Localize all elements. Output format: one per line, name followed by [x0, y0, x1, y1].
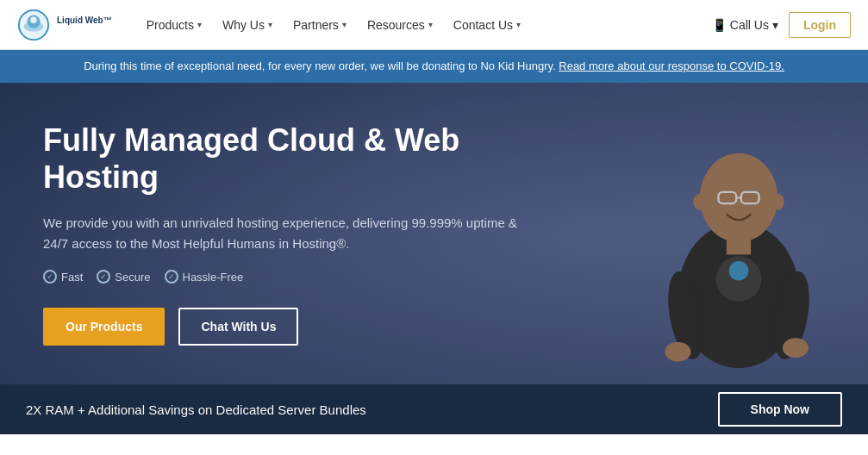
- person-figure: [618, 109, 859, 384]
- our-products-button[interactable]: Our Products: [43, 308, 165, 346]
- login-button[interactable]: Login: [789, 12, 851, 38]
- svg-point-10: [771, 194, 784, 210]
- logo[interactable]: Liquid Web™: [17, 9, 112, 41]
- logo-text: Liquid Web™: [57, 16, 112, 34]
- badge-hassle-free: ✓ Hassle-Free: [165, 270, 244, 284]
- navbar: Liquid Web™ Products ▾ Why Us ▾ Partners…: [0, 0, 868, 50]
- nav-item-contact[interactable]: Contact Us ▾: [445, 13, 529, 37]
- svg-rect-17: [727, 234, 751, 255]
- check-icon: ✓: [97, 270, 110, 284]
- banner-link[interactable]: Read more about our response to COVID-19…: [559, 59, 784, 72]
- svg-point-3: [30, 16, 37, 23]
- chevron-down-icon: ▾: [772, 18, 778, 32]
- nav-item-why-us[interactable]: Why Us ▾: [214, 13, 281, 37]
- hero-description: We provide you with an unrivaled hosting…: [43, 213, 543, 254]
- svg-point-12: [729, 261, 749, 281]
- promo-text: 2X RAM + Additional Savings on Dedicated…: [26, 402, 366, 417]
- announcement-banner: During this time of exceptional need, fo…: [0, 50, 868, 83]
- hero-buttons: Our Products Chat With Us: [43, 308, 543, 346]
- logo-icon: [17, 9, 50, 41]
- promo-bar: 2X RAM + Additional Savings on Dedicated…: [0, 384, 868, 434]
- hero-person-image: [609, 100, 868, 384]
- hero-badges: ✓ Fast ✓ Secure ✓ Hassle-Free: [43, 270, 543, 284]
- check-icon: ✓: [43, 270, 57, 284]
- chevron-down-icon: ▾: [428, 20, 433, 29]
- svg-point-15: [665, 342, 690, 362]
- phone-icon: 📱: [712, 18, 727, 32]
- shop-now-button[interactable]: Shop Now: [718, 392, 842, 427]
- hero-content: Fully Managed Cloud & Web Hosting We pro…: [0, 87, 586, 380]
- svg-point-9: [693, 194, 706, 210]
- nav-item-products[interactable]: Products ▾: [138, 13, 210, 37]
- check-icon: ✓: [165, 270, 178, 284]
- nav-item-partners[interactable]: Partners ▾: [284, 13, 355, 37]
- banner-text: During this time of exceptional need, fo…: [84, 59, 556, 72]
- hero-section: Fully Managed Cloud & Web Hosting We pro…: [0, 83, 868, 384]
- hero-title: Fully Managed Cloud & Web Hosting: [43, 122, 543, 196]
- nav-item-resources[interactable]: Resources ▾: [359, 13, 441, 37]
- call-us-button[interactable]: 📱 Call Us ▾: [712, 18, 778, 32]
- chevron-down-icon: ▾: [268, 20, 272, 29]
- chevron-down-icon: ▾: [342, 20, 347, 29]
- nav-links: Products ▾ Why Us ▾ Partners ▾ Resources…: [138, 13, 712, 37]
- badge-secure: ✓ Secure: [97, 270, 150, 284]
- chevron-down-icon: ▾: [516, 20, 521, 29]
- chevron-down-icon: ▾: [197, 20, 202, 29]
- chat-with-us-button[interactable]: Chat With Us: [178, 308, 298, 346]
- badge-fast: ✓ Fast: [43, 270, 83, 284]
- svg-point-16: [783, 339, 809, 358]
- nav-right: 📱 Call Us ▾ Login: [712, 12, 851, 38]
